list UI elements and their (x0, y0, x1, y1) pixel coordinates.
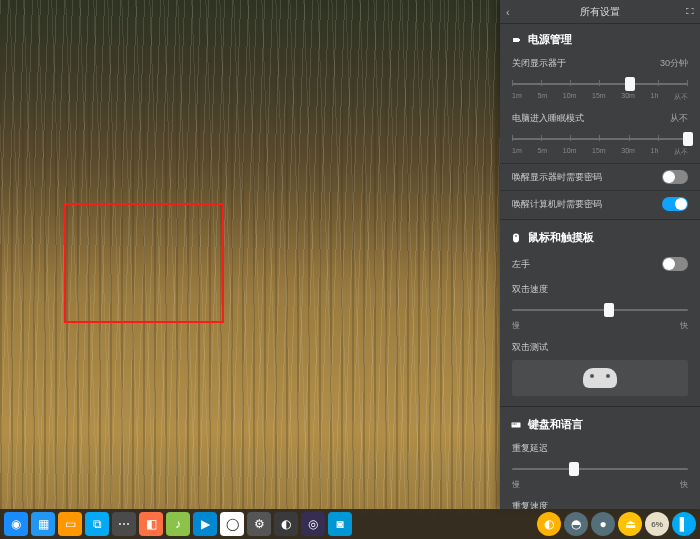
store-icon[interactable]: ◧ (139, 512, 163, 536)
keyboard-icon (510, 419, 522, 431)
files-icon[interactable]: ▭ (58, 512, 82, 536)
repeat-delay-slider[interactable]: 慢 快 (500, 459, 700, 496)
section-mouse: 鼠标和触摸板 (500, 222, 700, 251)
settings-icon[interactable]: ⚙ (247, 512, 271, 536)
tray3-icon[interactable]: ● (591, 512, 615, 536)
selection-box (64, 203, 224, 323)
dbl-speed-label: 双击速度 (500, 277, 700, 300)
panel-header: ‹ 所有设置 ⛶ (500, 0, 700, 24)
repeat-delay-label: 重复延迟 (500, 438, 700, 459)
svg-rect-3 (513, 423, 514, 424)
svg-rect-0 (513, 38, 519, 42)
app3-icon[interactable]: ◐ (274, 512, 298, 536)
chrome-icon[interactable]: ◯ (220, 512, 244, 536)
wake-display-pw-toggle[interactable] (662, 170, 688, 184)
controller-icon (583, 368, 617, 388)
wake-computer-pw-toggle[interactable] (662, 197, 688, 211)
sleep-row: 电脑进入睡眠模式 从不 (500, 108, 700, 129)
power-icon (510, 34, 522, 46)
taskbar: ◉▦▭⧉⋯◧♪▶◯⚙◐◎◙ ◐◓●⏏6%▌ (0, 509, 700, 539)
svg-rect-1 (519, 39, 520, 41)
settings-panel: ‹ 所有设置 ⛶ 电源管理 关闭显示器于 30分钟 1m5m10m15m30m1… (500, 0, 700, 509)
app4-icon[interactable]: ◎ (301, 512, 325, 536)
workspace-icon[interactable]: ▦ (31, 512, 55, 536)
expand-icon[interactable]: ⛶ (686, 7, 694, 16)
app2-icon[interactable]: ⋯ (112, 512, 136, 536)
section-power: 电源管理 (500, 24, 700, 53)
turnoff-display-slider[interactable]: 1m5m10m15m30m1h从不 (500, 74, 700, 108)
svg-rect-5 (516, 423, 517, 424)
eject-icon[interactable]: ⏏ (618, 512, 642, 536)
panel-body[interactable]: 电源管理 关闭显示器于 30分钟 1m5m10m15m30m1h从不 电脑进入睡… (500, 24, 700, 509)
mouse-icon (510, 232, 522, 244)
video-icon[interactable]: ▶ (193, 512, 217, 536)
wake-display-pw-row[interactable]: 唤醒显示器时需要密码 (500, 163, 700, 190)
wake-computer-pw-row[interactable]: 唤醒计算机时需要密码 (500, 190, 700, 217)
tray1-icon[interactable]: ◐ (537, 512, 561, 536)
repeat-rate-label: 重复速度 (500, 496, 700, 509)
app1-icon[interactable]: ⧉ (85, 512, 109, 536)
svg-rect-2 (512, 422, 521, 427)
dbl-speed-slider[interactable]: 慢 快 (500, 300, 700, 337)
music-icon[interactable]: ♪ (166, 512, 190, 536)
tray4-icon[interactable]: ▌ (672, 512, 696, 536)
disk-icon[interactable]: 6% (645, 512, 669, 536)
panel-title: 所有设置 (580, 5, 620, 19)
dbl-test-area: 双击测试 (500, 337, 700, 404)
left-hand-toggle[interactable] (662, 257, 688, 271)
back-icon[interactable]: ‹ (506, 6, 510, 18)
section-keyboard: 键盘和语言 (500, 409, 700, 438)
tray2-icon[interactable]: ◓ (564, 512, 588, 536)
svg-rect-4 (514, 423, 515, 424)
launcher-icon[interactable]: ◉ (4, 512, 28, 536)
dbl-test-box[interactable] (512, 360, 688, 396)
camera-icon[interactable]: ◙ (328, 512, 352, 536)
sleep-slider[interactable]: 1m5m10m15m30m1h从不 (500, 129, 700, 163)
left-hand-row[interactable]: 左手 (500, 251, 700, 277)
turnoff-display-row: 关闭显示器于 30分钟 (500, 53, 700, 74)
